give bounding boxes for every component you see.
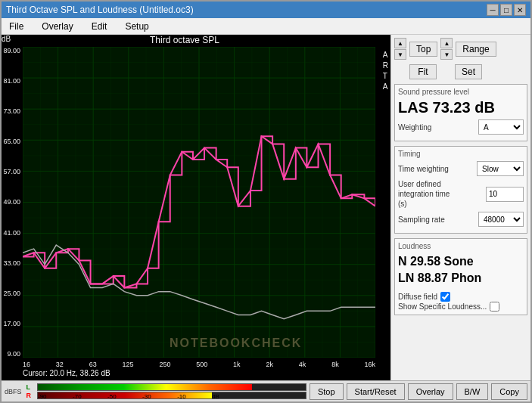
menu-overlay[interactable]: Overlay [37,20,77,33]
dbfs-label: dBFS [5,388,22,395]
show-specific-row: Show Specific Loudness... [398,302,524,312]
diffuse-field-row: Diffuse field [398,292,524,302]
range-label: Range [456,42,496,57]
top-controls: ▲ ▼ Top ▲ ▼ Range [394,38,527,60]
top-up-arrow[interactable]: ▲ [394,38,406,48]
title-bar: Third Octave SPL and Loudness (Untitled.… [2,2,530,18]
chart-title: Third octave SPL [2,35,368,45]
bottom-bar: dBFS L R -90 -70 -50 -30 -10 dB S [2,380,530,401]
chart-right-labels: ARTA [383,50,389,92]
main-window: Third Octave SPL and Loudness (Untitled.… [0,0,532,403]
top-arrows: ▲ ▼ [394,38,406,60]
spl-section-title: Sound pressure level [398,88,524,96]
start-reset-button[interactable]: Start/Reset [347,383,405,400]
diffuse-field-label: Diffuse field [398,293,437,301]
weighting-row: Weighting A C Z [398,119,524,135]
time-weighting-select[interactable]: Fast Slow Impulse [477,161,524,176]
left-meter-fill [38,384,253,390]
chart-area: dB Third octave SPL ARTA 89.00 81.00 73.… [2,35,390,380]
loudness-section-title: Loudness [398,242,524,250]
bw-button[interactable]: B/W [456,383,489,400]
range-down-arrow[interactable]: ▼ [440,49,453,60]
cursor-info: Cursor: 20.0 Hz, 38.26 dB [23,369,110,377]
sampling-rate-row: Sampling rate 44100 48000 96000 [398,212,524,227]
close-button[interactable]: ✕ [514,4,526,16]
fit-set-controls: Fit Set [394,64,527,79]
meter-tick-labels: -90 -70 -50 -30 -10 dB [38,393,219,400]
loudness-value-1: N 29.58 Sone [398,253,524,270]
integration-row: User defined integration time (s) [398,179,524,209]
maximize-button[interactable]: □ [500,4,512,16]
title-bar-buttons: ─ □ ✕ [487,4,526,16]
integration-label: User defined integration time (s) [398,179,459,209]
stop-button[interactable]: Stop [310,383,344,400]
loudness-value-2: LN 88.87 Phon [398,270,524,287]
x-axis-labels: 16 32 63 125 250 500 1k 2k 4k 8k 16k [23,361,375,368]
right-channel-label: R [26,392,36,399]
right-panel: ▲ ▼ Top ▲ ▼ Range Fit Set Sound pressure… [390,35,530,380]
range-arrows: ▲ ▼ [440,38,453,60]
time-weighting-row: Time weighting Fast Slow Impulse [398,161,524,176]
spl-section: Sound pressure level LAS 73.23 dB Weight… [394,84,527,141]
y-axis-labels: 89.00 81.00 73.00 65.00 57.00 49.00 41.0… [2,47,23,358]
spectrum-chart [23,47,375,358]
show-specific-checkbox[interactable] [490,302,499,312]
range-up-arrow[interactable]: ▲ [440,38,453,48]
content-area: dB Third octave SPL ARTA 89.00 81.00 73.… [2,35,530,380]
diffuse-field-checkbox[interactable] [440,292,450,302]
copy-button[interactable]: Copy [491,383,527,400]
timing-section-title: Timing [398,150,524,158]
left-meter-bar [37,383,306,391]
integration-input[interactable] [486,187,524,202]
weighting-select[interactable]: A C Z [478,119,524,135]
loudness-section: Loudness N 29.58 Sone LN 88.87 Phon Diff… [394,238,527,315]
sampling-rate-select[interactable]: 44100 48000 96000 [478,212,524,227]
set-button[interactable]: Set [455,64,482,79]
top-button[interactable]: Top [409,42,437,57]
time-weighting-label: Time weighting [398,165,449,173]
left-channel-label: L [26,383,36,391]
top-down-arrow[interactable]: ▼ [394,49,406,60]
window-title: Third Octave SPL and Loudness (Untitled.… [6,5,194,15]
overlay-button[interactable]: Overlay [408,383,453,400]
sampling-rate-label: Sampling rate [398,215,445,224]
spl-value: LAS 73.23 dB [398,99,524,116]
menu-setup[interactable]: Setup [120,20,153,33]
weighting-label: Weighting [398,123,431,132]
timing-section: Timing Time weighting Fast Slow Impulse … [394,146,527,234]
menu-bar: File Overlay Edit Setup [2,18,530,35]
fit-button[interactable]: Fit [409,64,437,79]
menu-edit[interactable]: Edit [87,20,112,33]
minimize-button[interactable]: ─ [487,4,499,16]
menu-file[interactable]: File [5,20,28,33]
show-specific-label: Show Specific Loudness... [398,302,487,311]
